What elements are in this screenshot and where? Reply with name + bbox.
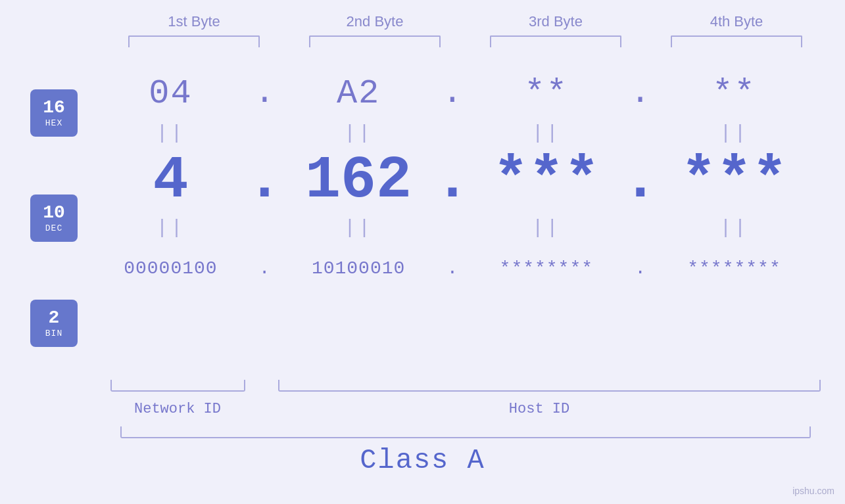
bin-dot2: . <box>439 258 466 279</box>
hex-row: 04 . A2 . ** . ** <box>91 67 814 120</box>
hex-dot1: . <box>251 76 278 110</box>
bin-dot3: . <box>627 258 654 279</box>
byte1-label: 1st Byte <box>115 13 273 30</box>
bin-badge-number: 2 <box>49 308 60 329</box>
byte-headers: 1st Byte 2nd Byte 3rd Byte 4th Byte <box>104 13 827 30</box>
dec-byte1: 4 <box>91 147 249 214</box>
dec-byte2: 162 <box>279 147 437 214</box>
byte3-label: 3rd Byte <box>477 13 635 30</box>
class-bracket <box>120 426 811 438</box>
hex-byte4: ** <box>655 74 813 113</box>
equals-1-b4: || <box>655 122 813 145</box>
dec-row: 4 . 162 . *** . *** <box>91 147 814 214</box>
class-label: Class A <box>360 445 485 476</box>
dec-dot3: . <box>627 151 654 210</box>
id-labels-row: Network ID Host ID <box>104 401 827 417</box>
byte2-label: 2nd Byte <box>296 13 454 30</box>
equals-2-b2: || <box>279 217 437 239</box>
main-container: 1st Byte 2nd Byte 3rd Byte 4th Byte 16 H… <box>0 0 845 504</box>
bin-badge-label: BIN <box>45 329 62 338</box>
dec-byte3: *** <box>468 147 625 214</box>
equals-row-1: || || || || <box>91 122 814 145</box>
equals-1-b1: || <box>91 122 249 145</box>
hex-dot3: . <box>627 76 654 110</box>
dec-dot1: . <box>251 151 278 210</box>
badges-column: 16 HEX 10 DEC 2 BIN <box>30 60 78 376</box>
host-id-bracket <box>278 380 821 392</box>
bracket-byte4 <box>671 35 802 47</box>
hex-badge-label: HEX <box>45 118 62 128</box>
equals-1-b3: || <box>468 122 625 145</box>
bracket-byte2 <box>309 35 441 47</box>
host-id-label: Host ID <box>252 401 827 417</box>
network-id-label: Network ID <box>104 401 252 417</box>
hex-byte1: 04 <box>91 74 249 113</box>
bracket-byte3 <box>490 35 621 47</box>
hex-badge: 16 HEX <box>30 89 78 137</box>
bin-byte3: ******** <box>468 258 625 279</box>
byte4-label: 4th Byte <box>658 13 815 30</box>
dec-dot2: . <box>439 151 466 210</box>
network-id-bracket <box>110 380 245 392</box>
dec-byte4: *** <box>655 147 813 214</box>
hex-badge-number: 16 <box>43 98 65 118</box>
bin-byte2: 10100010 <box>279 258 437 279</box>
dec-badge-number: 10 <box>43 203 65 223</box>
bottom-brackets-row <box>104 380 827 398</box>
equals-2-b1: || <box>91 217 249 239</box>
bin-dot1: . <box>251 258 278 279</box>
hex-byte2: A2 <box>279 74 437 113</box>
equals-1-b2: || <box>279 122 437 145</box>
bin-row: 00000100 . 10100010 . ******** . *******… <box>91 242 814 294</box>
dec-badge-label: DEC <box>45 223 62 233</box>
equals-2-b3: || <box>468 217 625 239</box>
bin-byte4: ******** <box>655 258 813 279</box>
dec-badge: 10 DEC <box>30 195 78 242</box>
hex-byte3: ** <box>468 74 625 113</box>
bracket-byte1 <box>128 35 260 47</box>
equals-row-2: || || || || <box>91 217 814 239</box>
bin-badge: 2 BIN <box>30 300 78 347</box>
watermark: ipshu.com <box>792 486 834 496</box>
hex-dot2: . <box>439 76 466 110</box>
top-brackets <box>104 35 827 47</box>
rows-container: 04 . A2 . ** . ** || || || || 4 . <box>91 67 845 294</box>
equals-2-b4: || <box>655 217 813 239</box>
bin-byte1: 00000100 <box>91 258 249 279</box>
